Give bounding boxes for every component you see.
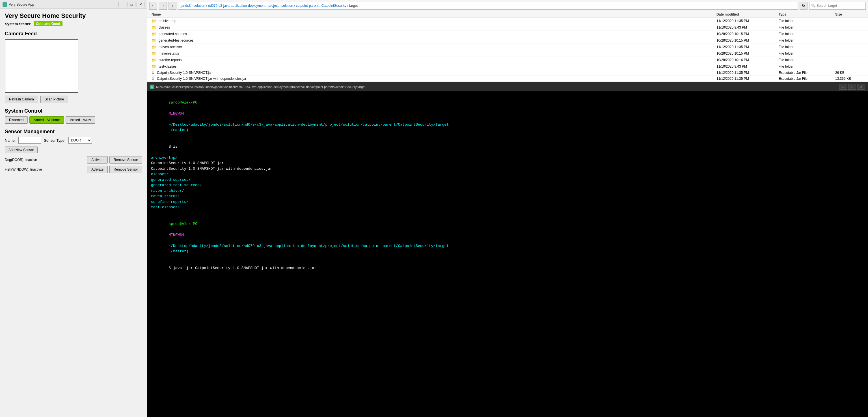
terminal-line-cmd-0: $ ls bbox=[151, 138, 864, 155]
file-row[interactable]: 📁classes 11/10/2020 9:43 PM File folder bbox=[147, 24, 868, 31]
col-size[interactable]: Size bbox=[835, 12, 864, 17]
app-icon bbox=[3, 2, 7, 7]
app-main-title: Very Secure Home Security bbox=[5, 12, 142, 20]
status-badge: Cool and Good bbox=[34, 21, 62, 26]
file-modified: 11/12/2020 11:35 PM bbox=[716, 71, 779, 75]
maximize-button[interactable]: □ bbox=[127, 2, 135, 7]
file-row[interactable]: ⚙CatpointSecurity-1.0-SNAPSHOT-jar-with-… bbox=[147, 76, 868, 82]
terminal-output-2: CatpointSecurity-1.0-SNAPSHOT-jar-with-d… bbox=[151, 166, 864, 172]
terminal-maximize-button[interactable]: □ bbox=[848, 84, 856, 90]
file-row[interactable]: 📁test-classes 11/10/2020 9:43 PM File fo… bbox=[147, 63, 868, 70]
file-modified: 11/10/2020 9:43 PM bbox=[716, 64, 779, 68]
terminal-output-7: maven-status/ bbox=[151, 193, 864, 199]
armed-home-button[interactable]: Armed - At Home bbox=[29, 116, 64, 124]
sensor-name-input[interactable] bbox=[19, 137, 41, 144]
title-bar-left: Very Secure App bbox=[3, 2, 34, 7]
file-modified: 11/12/2020 11:35 PM bbox=[716, 45, 779, 49]
armed-away-button[interactable]: Armed - Away bbox=[66, 116, 95, 124]
term-shell-2: MINGW64 bbox=[168, 233, 184, 237]
folder-icon: 📁 bbox=[152, 51, 156, 56]
nav-forward-button[interactable]: → bbox=[159, 2, 167, 10]
terminal-icon: $ bbox=[150, 85, 154, 89]
remove-sensor-1-button[interactable]: Remove Sensor bbox=[110, 166, 142, 173]
file-type: Executable Jar File bbox=[779, 77, 835, 81]
explorer-refresh-button[interactable]: ↻ bbox=[800, 2, 807, 10]
camera-buttons: Refresh Camera Scan Picture bbox=[5, 96, 142, 103]
add-sensor-button[interactable]: Add New Sensor bbox=[5, 147, 38, 153]
terminal-output-4: generated-sources/ bbox=[151, 177, 864, 183]
file-name: generated-test-sources bbox=[159, 38, 193, 42]
term-branch: (master) bbox=[168, 128, 188, 132]
file-row[interactable]: 📁surefire-reports 10/28/2020 10:16 PM Fi… bbox=[147, 57, 868, 63]
file-list-header: Name Date modified Type Size bbox=[147, 11, 868, 18]
file-name-cell: 📁generated-test-sources bbox=[152, 38, 716, 43]
file-name: classes bbox=[159, 26, 170, 29]
jar-icon: ⚙ bbox=[152, 77, 155, 81]
close-button[interactable]: ✕ bbox=[136, 2, 145, 7]
file-name: CatpointSecurity-1.0-SNAPSHOT-jar-with-d… bbox=[157, 77, 246, 81]
file-row[interactable]: 📁generated-sources 10/28/2020 10:15 PM F… bbox=[147, 31, 868, 37]
terminal-title-bar: $ MINGW64:/c/Users/sprco/Desktop/udacity… bbox=[147, 82, 868, 91]
col-type[interactable]: Type bbox=[779, 12, 835, 17]
file-row[interactable]: ⚙CatpointSecurity-1.0-SNAPSHOT.jar 11/12… bbox=[147, 70, 868, 76]
folder-icon: 📁 bbox=[152, 38, 156, 43]
nav-up-button[interactable]: ↑ bbox=[168, 2, 177, 10]
terminal-line-prompt-1: sprco@Alex-PC MINGW64 ~/Desktop/udacity/… bbox=[151, 215, 864, 260]
scan-picture-button[interactable]: Scan Picture bbox=[40, 96, 68, 103]
term-path-2: ~/Desktop/udacity/jpndc3/solution/nd079-… bbox=[168, 244, 449, 248]
file-row[interactable]: 📁archive-tmp 11/12/2020 11:35 PM File fo… bbox=[147, 18, 868, 24]
breadcrumb-current: target bbox=[349, 4, 358, 8]
remove-sensor-0-button[interactable]: Remove Sensor bbox=[110, 156, 142, 163]
breadcrumb-item-3[interactable]: project bbox=[268, 4, 279, 8]
sensor-label-1: Fish(WINDOW): Inactive bbox=[5, 168, 87, 172]
file-modified: 10/28/2020 10:16 PM bbox=[716, 58, 779, 62]
camera-feed-title: Camera Feed bbox=[5, 31, 142, 37]
folder-icon: 📁 bbox=[152, 45, 156, 49]
sensor-row-actions-1: Activate Remove Sensor bbox=[87, 166, 142, 173]
breadcrumb-item-2[interactable]: nd079-c3-java-application-deployment bbox=[208, 4, 266, 8]
col-name[interactable]: Name bbox=[152, 12, 716, 17]
terminal-line-prompt-0: sprco@Alex-PC MINGW64 ~/Desktop/udacity/… bbox=[151, 94, 864, 138]
terminal-minimize-button[interactable]: — bbox=[839, 84, 847, 90]
file-modified: 11/10/2020 9:43 PM bbox=[716, 26, 779, 29]
file-list: 📁archive-tmp 11/12/2020 11:35 PM File fo… bbox=[147, 18, 868, 82]
file-row[interactable]: 📁generated-test-sources 10/28/2020 10:15… bbox=[147, 37, 868, 44]
jar-icon: ⚙ bbox=[152, 71, 155, 75]
file-name-cell: ⚙CatpointSecurity-1.0-SNAPSHOT-jar-with-… bbox=[152, 77, 716, 81]
file-row[interactable]: 📁maven-status 10/28/2020 10:15 PM File f… bbox=[147, 50, 868, 57]
sensor-type-select[interactable]: DOOR WINDOW MOTION bbox=[68, 137, 92, 144]
terminal-output-1: CatpointSecurity-1.0-SNAPSHOT.jar bbox=[151, 160, 864, 166]
file-type: File folder bbox=[779, 52, 835, 55]
activate-sensor-1-button[interactable]: Activate bbox=[87, 166, 108, 173]
breadcrumb-item-5[interactable]: catpoint-parent bbox=[296, 4, 319, 8]
term-branch-2: (master) bbox=[168, 249, 188, 254]
terminal-output-3: classes/ bbox=[151, 172, 864, 177]
file-name-cell: 📁surefire-reports bbox=[152, 58, 716, 62]
search-input[interactable] bbox=[816, 4, 864, 8]
system-status-row: System Status: Cool and Good bbox=[5, 21, 142, 26]
sensor-row: Dog(DOOR): Inactive Activate Remove Sens… bbox=[5, 156, 142, 163]
file-type: File folder bbox=[779, 64, 835, 68]
breadcrumb-item-4[interactable]: solution bbox=[281, 4, 293, 8]
terminal-close-button[interactable]: ✕ bbox=[857, 84, 865, 90]
breadcrumb-item-6[interactable]: CatpointSecurity bbox=[321, 4, 346, 8]
file-size: 13,369 KB bbox=[835, 77, 864, 81]
minimize-button[interactable]: — bbox=[119, 2, 126, 7]
refresh-camera-button[interactable]: Refresh Camera bbox=[5, 96, 38, 103]
app-window: Very Secure App — □ ✕ Very Secure Home S… bbox=[0, 0, 147, 417]
nav-back-button[interactable]: ← bbox=[149, 2, 157, 10]
col-modified[interactable]: Date modified bbox=[716, 12, 779, 17]
file-type: File folder bbox=[779, 58, 835, 62]
disarmed-button[interactable]: Disarmed bbox=[5, 116, 28, 124]
terminal-body[interactable]: sprco@Alex-PC MINGW64 ~/Desktop/udacity/… bbox=[147, 91, 868, 417]
breadcrumb-item-0[interactable]: jpndc3 bbox=[181, 4, 191, 8]
file-name: surefire-reports bbox=[159, 58, 182, 62]
breadcrumb-item-1[interactable]: solution bbox=[193, 4, 205, 8]
file-name-cell: 📁archive-tmp bbox=[152, 19, 716, 23]
file-modified: 11/12/2020 11:35 PM bbox=[716, 19, 779, 23]
file-row[interactable]: 📁maven-archiver 11/12/2020 11:35 PM File… bbox=[147, 44, 868, 50]
file-type: File folder bbox=[779, 38, 835, 42]
activate-sensor-0-button[interactable]: Activate bbox=[87, 156, 108, 163]
file-explorer: ← → ↑ jpndc3 › solution › nd079-c3-java-… bbox=[147, 0, 868, 82]
app-window-title: Very Secure App bbox=[9, 3, 34, 6]
